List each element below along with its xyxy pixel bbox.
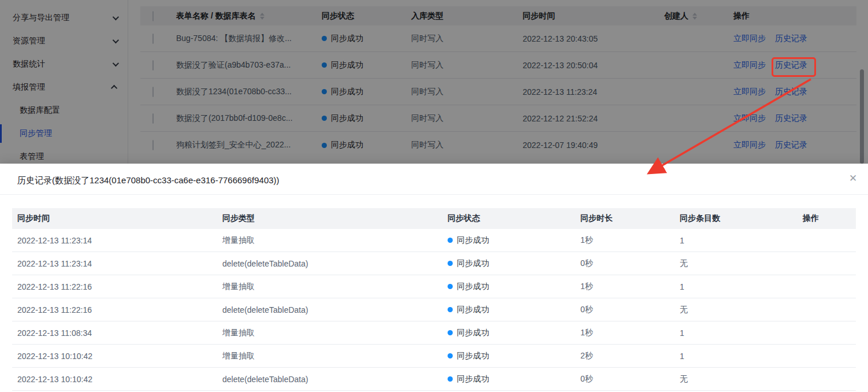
sync-type: 增量抽取 bbox=[217, 328, 442, 338]
table-row: 2022-12-13 11:08:34 增量抽取 同步成功 1秒 1 bbox=[12, 321, 856, 345]
status-text: 同步成功 bbox=[457, 328, 489, 338]
status-dot-icon bbox=[448, 238, 453, 243]
table-row: 2022-12-13 11:23:14 增量抽取 同步成功 1秒 1 bbox=[12, 229, 856, 252]
sync-duration: 1秒 bbox=[575, 328, 675, 338]
sync-type: 增量抽取 bbox=[217, 351, 442, 361]
sync-entries: 1 bbox=[675, 236, 798, 245]
sync-time: 2022-12-13 11:23:14 bbox=[12, 236, 217, 245]
status-dot-icon bbox=[448, 284, 453, 289]
table-row: 2022-12-13 11:22:16 delete(deleteTableDa… bbox=[12, 298, 856, 321]
table-row: 2022-12-13 11:23:14 delete(deleteTableDa… bbox=[12, 252, 856, 275]
sync-time: 2022-12-13 10:10:42 bbox=[12, 375, 217, 384]
table-header-row: 同步时间 同步类型 同步状态 同步时长 同步条目数 操作 bbox=[12, 208, 856, 229]
status-text: 同步成功 bbox=[457, 351, 489, 361]
history-table: 同步时间 同步类型 同步状态 同步时长 同步条目数 操作 2022-12-13 … bbox=[12, 208, 856, 391]
status-dot-icon bbox=[448, 307, 453, 312]
background-page: 分享与导出管理 资源管理 数据统计 填报管理 数据库配置 同步管理 bbox=[0, 0, 868, 164]
sync-entries: 无 bbox=[675, 374, 798, 384]
status-dot-icon bbox=[448, 330, 453, 335]
sync-duration: 1秒 bbox=[575, 282, 675, 292]
sync-type: 增量抽取 bbox=[217, 235, 442, 246]
status-dot-icon bbox=[448, 376, 453, 382]
drawer-title: 历史记录(数据没了1234(01e708b0-cc33-ca6e-e316-77… bbox=[17, 175, 843, 186]
sync-time: 2022-12-13 11:22:16 bbox=[12, 305, 217, 315]
col-header-status: 同步状态 bbox=[442, 213, 575, 224]
sync-type: 增量抽取 bbox=[217, 282, 442, 292]
sync-time: 2022-12-13 11:08:34 bbox=[12, 328, 217, 338]
sync-type: delete(deleteTableData) bbox=[217, 375, 442, 384]
col-header-time: 同步时间 bbox=[12, 213, 217, 224]
sync-duration: 0秒 bbox=[575, 258, 675, 269]
sync-type: delete(deleteTableData) bbox=[217, 259, 442, 268]
sync-entries: 无 bbox=[675, 258, 798, 269]
col-header-ops: 操作 bbox=[798, 213, 856, 224]
history-drawer: 历史记录(数据没了1234(01e708b0-cc33-ca6e-e316-77… bbox=[0, 164, 868, 392]
status-text: 同步成功 bbox=[457, 305, 489, 315]
table-row: 2022-12-13 11:22:16 增量抽取 同步成功 1秒 1 bbox=[12, 275, 856, 298]
sync-duration: 2秒 bbox=[575, 351, 675, 361]
col-header-type: 同步类型 bbox=[217, 213, 442, 224]
modal-mask[interactable] bbox=[0, 0, 868, 164]
sync-time: 2022-12-13 11:22:16 bbox=[12, 282, 217, 291]
col-header-duration: 同步时长 bbox=[575, 213, 675, 224]
sync-type: delete(deleteTableData) bbox=[217, 305, 442, 315]
status-dot-icon bbox=[448, 261, 453, 266]
status-text: 同步成功 bbox=[457, 282, 489, 292]
status-dot-icon bbox=[448, 353, 453, 358]
sync-duration: 0秒 bbox=[575, 305, 675, 315]
sync-entries: 1 bbox=[675, 352, 798, 361]
sync-entries: 1 bbox=[675, 282, 798, 291]
sync-entries: 无 bbox=[675, 305, 798, 315]
table-row: 2022-12-13 10:10:42 delete(deleteTableDa… bbox=[12, 368, 856, 391]
sync-time: 2022-12-13 10:10:42 bbox=[12, 352, 217, 361]
sync-entries: 1 bbox=[675, 328, 798, 338]
col-header-entries: 同步条目数 bbox=[675, 213, 798, 224]
sync-duration: 0秒 bbox=[575, 374, 675, 384]
table-row: 2022-12-13 10:10:42 增量抽取 同步成功 2秒 1 bbox=[12, 345, 856, 368]
close-icon[interactable]: ✕ bbox=[846, 172, 860, 186]
status-text: 同步成功 bbox=[457, 374, 489, 384]
status-text: 同步成功 bbox=[457, 235, 489, 246]
sync-time: 2022-12-13 11:23:14 bbox=[12, 259, 217, 268]
annotation-highlight-box bbox=[772, 57, 816, 77]
drawer-header: 历史记录(数据没了1234(01e708b0-cc33-ca6e-e316-77… bbox=[0, 164, 868, 195]
sync-duration: 1秒 bbox=[575, 235, 675, 246]
status-text: 同步成功 bbox=[457, 258, 489, 269]
